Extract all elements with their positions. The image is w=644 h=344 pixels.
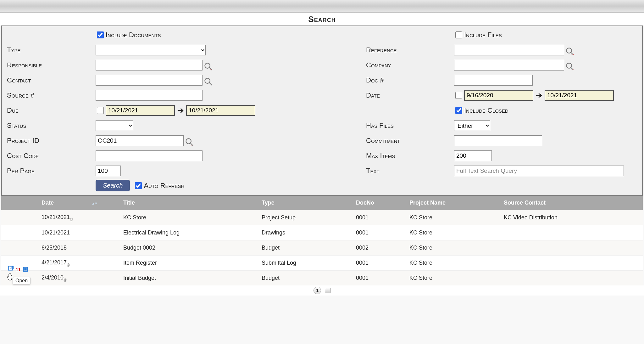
cell-title: Item Register	[121, 258, 259, 268]
due-enable-checkbox[interactable]	[97, 107, 104, 114]
cost-code-label: Cost Code	[4, 152, 96, 160]
type-select[interactable]	[96, 45, 206, 55]
col-project[interactable]: Project Name	[407, 198, 501, 208]
lookup-icon[interactable]	[565, 62, 574, 71]
svg-point-3	[205, 78, 210, 83]
cell-date: 4/21/2017@	[39, 257, 121, 268]
include-documents-label: Include Documents	[106, 31, 161, 39]
max-items-input[interactable]	[454, 150, 492, 161]
auto-refresh-checkbox[interactable]	[135, 182, 142, 189]
company-label: Company	[366, 61, 454, 69]
lookup-icon[interactable]	[185, 138, 194, 146]
cell-contact	[501, 261, 643, 265]
due-from-input[interactable]	[106, 105, 175, 116]
project-id-input[interactable]	[96, 135, 184, 146]
cell-type: Project Setup	[259, 212, 353, 223]
status-label: Status	[4, 121, 96, 130]
include-files-checkbox[interactable]	[455, 31, 462, 38]
table-row[interactable]: 4/21/2017@Item RegisterSubmittal Log0001…	[1, 255, 643, 270]
source-no-label: Source #	[4, 91, 96, 99]
cell-type: Budget	[259, 273, 353, 283]
reference-label: Reference	[366, 46, 454, 54]
search-button[interactable]: Search	[96, 180, 130, 191]
due-to-input[interactable]	[186, 105, 255, 116]
table-row[interactable]: 2/4/2010@Initial BudgetBudget0001KC Stor…	[1, 270, 643, 285]
responsible-label: Responsible	[4, 61, 96, 69]
include-closed-label: Include Closed	[464, 106, 508, 115]
svg-point-12	[567, 63, 572, 68]
cell-contact	[501, 231, 643, 235]
col-title[interactable]: Title	[121, 198, 259, 208]
lookup-icon[interactable]	[204, 77, 213, 86]
status-select[interactable]	[96, 120, 133, 131]
cell-project: KC Store	[407, 273, 501, 283]
arrow-icon: ➔	[175, 106, 186, 115]
cell-date: 2/4/2010@	[39, 273, 121, 284]
lookup-icon[interactable]	[565, 47, 574, 56]
pager: 1	[0, 285, 644, 296]
cell-title: Electrical Drawing Log	[121, 228, 259, 238]
table-row[interactable]: 6/25/2018Budget 0002Budget0002KC Store	[1, 240, 643, 255]
include-closed-checkbox[interactable]	[455, 107, 462, 114]
include-files-label: Include Files	[464, 31, 502, 39]
cell-project: KC Store	[407, 258, 501, 268]
cell-date: 10/21/2021@	[39, 212, 121, 223]
open-tooltip: Open	[13, 277, 31, 285]
delete-icon[interactable]	[22, 265, 29, 274]
cell-docno: 0001	[353, 228, 407, 238]
responsible-input[interactable]	[96, 60, 203, 70]
has-files-select[interactable]: Either	[454, 120, 490, 131]
project-id-label: Project ID	[4, 137, 96, 145]
due-label: Due	[4, 106, 96, 115]
include-documents-checkbox[interactable]	[97, 31, 104, 38]
table-row[interactable]: 10/21/2021Electrical Drawing LogDrawings…	[1, 225, 643, 240]
table-row[interactable]: 10/21/2021@KC StoreProject Setup0001KC S…	[1, 210, 643, 225]
auto-refresh-label: Auto Refresh	[144, 182, 184, 190]
text-search-input[interactable]	[454, 166, 624, 176]
cell-contact	[501, 276, 643, 280]
contact-label: Contact	[4, 76, 96, 84]
row-badge: 11	[16, 267, 21, 272]
svg-point-6	[186, 139, 191, 144]
page-1-button[interactable]: 1	[314, 287, 321, 294]
cell-docno: 0001	[353, 273, 407, 283]
date-enable-checkbox[interactable]	[455, 92, 462, 99]
cell-type: Drawings	[259, 228, 353, 238]
col-contact[interactable]: Source Contact	[501, 198, 643, 208]
commitment-label: Commitment	[366, 137, 454, 145]
company-input[interactable]	[454, 60, 564, 70]
doc-no-input[interactable]	[454, 75, 533, 86]
date-to-input[interactable]	[545, 90, 614, 101]
source-no-input[interactable]	[96, 90, 203, 101]
col-docno[interactable]: DocNo	[353, 198, 407, 208]
results-table: Date▲▼ Title Type DocNo Project Name Sou…	[1, 196, 643, 285]
svg-rect-15	[8, 266, 13, 270]
text-label: Text	[366, 167, 454, 175]
per-page-label: Per Page	[4, 167, 96, 175]
col-type[interactable]: Type	[259, 198, 353, 208]
commitment-input[interactable]	[454, 135, 542, 146]
cell-type: Submittal Log	[259, 258, 353, 268]
open-icon[interactable]	[8, 265, 14, 274]
has-files-label: Has Files	[366, 121, 454, 130]
date-from-input[interactable]	[464, 90, 533, 101]
cell-title: Initial Budget	[121, 273, 259, 283]
cell-project: KC Store	[407, 243, 501, 253]
page-title: Search	[0, 13, 644, 25]
max-items-label: Max Items	[366, 152, 454, 160]
col-date[interactable]: Date▲▼	[39, 198, 121, 208]
pager-toggle-button[interactable]	[325, 288, 330, 293]
doc-no-label: Doc #	[366, 76, 454, 84]
date-label: Date	[366, 91, 454, 99]
cost-code-input[interactable]	[96, 150, 203, 161]
per-page-input[interactable]	[96, 166, 121, 176]
arrow-icon: ➔	[533, 91, 545, 100]
cell-project: KC Store	[407, 212, 501, 223]
lookup-icon[interactable]	[204, 62, 213, 71]
window-chrome-bar	[0, 0, 644, 13]
contact-input[interactable]	[96, 75, 203, 86]
reference-input[interactable]	[454, 45, 564, 55]
cell-docno: 0002	[353, 243, 407, 253]
svg-line-16	[10, 266, 13, 269]
cell-contact: KC Video Distribution	[501, 212, 643, 223]
